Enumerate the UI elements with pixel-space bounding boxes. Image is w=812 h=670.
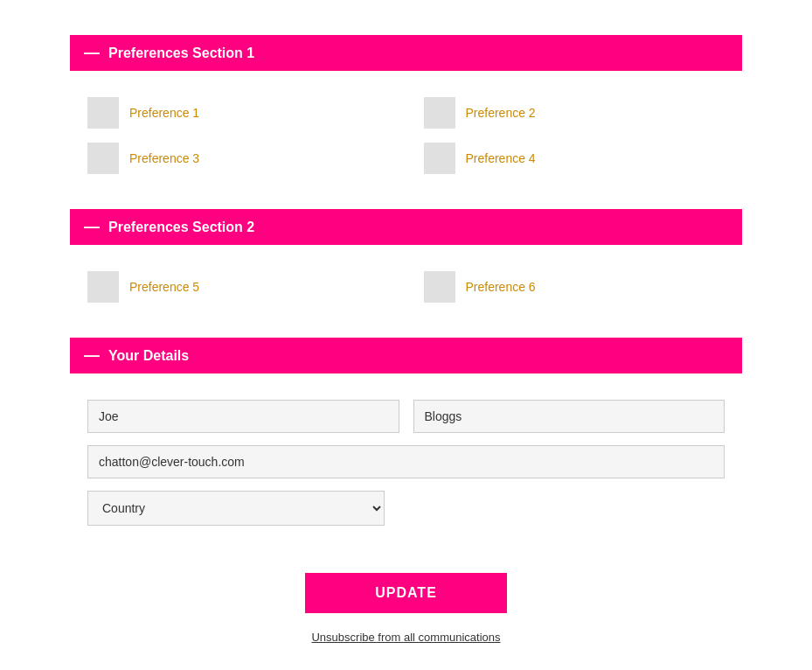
last-name-input[interactable] bbox=[413, 400, 725, 433]
section-1-content: Preference 1 Preference 2 Preference 3 P… bbox=[70, 88, 742, 192]
name-row bbox=[87, 400, 725, 433]
preference-item-2: Preference 2 bbox=[424, 97, 725, 129]
details-section-title: Your Details bbox=[108, 348, 189, 364]
preference-checkbox-2[interactable] bbox=[424, 97, 455, 129]
preference-label-2: Preference 2 bbox=[466, 106, 536, 120]
preference-item-4: Preference 4 bbox=[424, 143, 725, 174]
email-row bbox=[87, 445, 725, 478]
country-select[interactable]: Country United Kingdom United States Fra… bbox=[87, 491, 385, 526]
update-btn-row: UPDATE bbox=[70, 573, 742, 613]
preference-label-5: Preference 5 bbox=[129, 280, 199, 294]
unsubscribe-row: Unsubscribe from all communications bbox=[70, 631, 742, 644]
preference-checkbox-3[interactable] bbox=[87, 143, 119, 174]
preferences-grid-2: Preference 5 Preference 6 bbox=[87, 271, 725, 303]
email-input[interactable] bbox=[87, 445, 725, 478]
preference-item-6: Preference 6 bbox=[424, 271, 725, 303]
preference-label-1: Preference 1 bbox=[129, 106, 199, 120]
preference-item-3: Preference 3 bbox=[87, 143, 389, 174]
details-section-header[interactable]: — Your Details bbox=[70, 338, 742, 373]
preference-checkbox-1[interactable] bbox=[87, 97, 119, 129]
country-row: Country United Kingdom United States Fra… bbox=[87, 491, 725, 526]
preferences-grid-1: Preference 1 Preference 2 Preference 3 P… bbox=[87, 97, 725, 174]
collapse-icon-details: — bbox=[84, 346, 100, 365]
preference-item-5: Preference 5 bbox=[87, 271, 389, 303]
section-2-header[interactable]: — Preferences Section 2 bbox=[70, 209, 742, 245]
preference-label-6: Preference 6 bbox=[466, 280, 536, 294]
section-2-title: Preferences Section 2 bbox=[108, 220, 254, 235]
preference-label-4: Preference 4 bbox=[466, 151, 536, 165]
details-section-block: — Your Details Country United Kingdom Un… bbox=[70, 338, 742, 555]
page-container: — Preferences Section 1 Preference 1 Pre… bbox=[17, 17, 795, 661]
collapse-icon-2: — bbox=[84, 218, 100, 236]
preference-checkbox-4[interactable] bbox=[424, 143, 455, 174]
section-1-block: — Preferences Section 1 Preference 1 Pre… bbox=[70, 35, 742, 192]
preference-checkbox-6[interactable] bbox=[424, 271, 455, 303]
details-form: Country United Kingdom United States Fra… bbox=[70, 391, 742, 555]
first-name-input[interactable] bbox=[87, 400, 399, 433]
section-1-title: Preferences Section 1 bbox=[108, 45, 254, 61]
preference-item-1: Preference 1 bbox=[87, 97, 389, 129]
preference-label-3: Preference 3 bbox=[129, 151, 199, 165]
section-2-block: — Preferences Section 2 Preference 5 Pre… bbox=[70, 209, 742, 320]
unsubscribe-link[interactable]: Unsubscribe from all communications bbox=[311, 631, 500, 644]
update-button[interactable]: UPDATE bbox=[305, 573, 507, 613]
preference-checkbox-5[interactable] bbox=[87, 271, 119, 303]
section-2-content: Preference 5 Preference 6 bbox=[70, 262, 742, 320]
collapse-icon-1: — bbox=[84, 44, 100, 62]
section-1-header[interactable]: — Preferences Section 1 bbox=[70, 35, 742, 71]
